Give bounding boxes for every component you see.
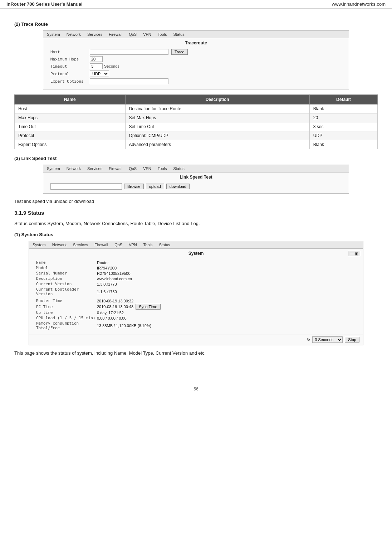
refresh-interval-select[interactable]: 3 Seconds 5 Seconds 10 Seconds [312,336,343,343]
main-content: (2) Trace Route System Network Services … [0,9,392,376]
nav2-firewall[interactable]: Firewall [109,166,122,171]
traceroute-form: Host Trace Maximum Hops Timeout Seconds [43,47,349,89]
sys-label: PC Time [36,305,97,309]
linkspeed-file-input[interactable] [50,183,122,190]
table-row: HostDestination for Trace RouteBlank [15,105,378,113]
sys-label: Name [36,260,97,265]
sys-label: Router Time [36,298,97,303]
router-nav-bar3: System Network Services Firewall QoS VPN… [29,241,363,249]
sys-row: Router Time2010-08-19 13:00:32 [36,298,356,303]
sync-time-button[interactable]: Sync Time [136,304,160,310]
sys-label: CPU load (1 / 5 / 15 min) [36,316,97,320]
system-title: System [29,249,363,257]
sys-value: 2010-08-19 13:00:32 [97,299,133,303]
trace-route-heading: (2) Trace Route [14,21,378,27]
nav-qos[interactable]: QoS [129,32,137,37]
linkspeed-form: Browse upload download [43,181,349,193]
nav2-qos[interactable]: QoS [129,166,137,171]
nav3-vpn[interactable]: VPN [129,243,137,247]
expert-label: Expert Options [50,79,90,84]
sys-label: Memory consumption Total/Free [36,321,97,330]
timeout-unit: Seconds [104,64,119,68]
sys-row: Current Bootloader Version1.1.6.r1730 [36,287,356,296]
link-speed-heading: (3) Link Speed Test [14,156,378,161]
page-header: InRouter 700 Series User's Manual www.in… [0,0,392,9]
section-319: 3.1.9 Status Status contains System, Mod… [14,210,378,226]
linkspeed-para: Test link speed via unload or download [14,199,378,204]
sys-value: 2010-08-19 13:00:48 [97,305,133,309]
system-status-heading: (1) System Status [14,232,378,237]
timeout-label: Timeout [50,64,90,69]
sys-label: Description [36,276,97,281]
upload-button[interactable]: upload [146,184,164,189]
expert-input[interactable] [90,78,168,84]
nav-tools[interactable]: Tools [158,32,167,37]
sys-label: Serial Number [36,271,97,276]
nav-network[interactable]: Network [67,32,81,37]
sys-label: Current Bootloader Version [36,287,97,296]
timeout-row: Timeout Seconds [50,63,342,69]
sys-value: R27941005219500 [97,271,131,276]
section-319-heading: 3.1.9 Status [14,210,378,216]
nav-services[interactable]: Services [87,32,102,37]
sys-label: Model [36,266,97,270]
nav-firewall[interactable]: Firewall [109,32,122,37]
col-default: Default [309,95,377,105]
sys-value: 0 day, 17:21:52 [97,311,124,315]
host-row: Host Trace [50,49,342,55]
trace-button[interactable]: Trace [171,49,188,55]
sys-row: Descriptionwww.inhand.com.cn [36,276,356,281]
table-row: ProtocolOptional: ICMP/UDPUDP [15,131,378,140]
manual-title: InRouter 700 Series User's Manual [6,1,83,7]
browse-button[interactable]: Browse [124,184,144,189]
timeout-input[interactable] [90,63,103,69]
nav3-firewall[interactable]: Firewall [94,243,108,247]
section-319-para: Status contains System, Modem, Network C… [14,221,378,226]
refresh-icon: ↻ [307,337,310,342]
system-footer: ↻ 3 Seconds 5 Seconds 10 Seconds Stop [29,335,363,345]
stop-button[interactable]: Stop [345,337,359,342]
sys-value: www.inhand.com.cn [97,277,132,281]
nav-status[interactable]: Status [173,32,184,37]
protocol-label: Protocol [50,72,90,76]
system-status-para: This page shows the status of system, in… [14,350,378,356]
nav2-services[interactable]: Services [87,166,102,171]
maxhops-label: Maximum Hops [50,57,90,62]
host-label: Host [50,50,90,54]
nav2-tools[interactable]: Tools [158,166,167,171]
nav3-system[interactable]: System [33,243,46,247]
section-link-speed: (3) Link Speed Test System Network Servi… [14,156,378,204]
section-system-status: (1) System Status System Network Service… [14,232,378,356]
router-nav-bar2: System Network Services Firewall QoS VPN… [43,165,349,172]
system-status-panel: System Network Services Firewall QoS VPN… [29,241,363,345]
download-button[interactable]: download [166,184,190,189]
nav2-system[interactable]: System [47,166,60,171]
protocol-select[interactable]: UDP ICMP [90,71,109,77]
linkspeed-title: Link Speed Test [43,172,349,181]
system-form: NameRouterModelIR794Y200Serial NumberR27… [29,257,363,335]
col-name: Name [15,95,126,105]
nav3-tools[interactable]: Tools [143,243,153,247]
maxhops-input[interactable] [90,56,103,62]
sys-row: CPU load (1 / 5 / 15 min)0.00 / 0.00 / 0… [36,316,356,320]
nav3-network[interactable]: Network [52,243,67,247]
nav-vpn[interactable]: VPN [143,32,151,37]
nav3-services[interactable]: Services [73,243,88,247]
sys-row: PC Time2010-08-19 13:00:48Sync Time [36,304,356,310]
nav3-qos[interactable]: QoS [114,243,122,247]
host-input[interactable] [90,49,168,55]
sys-row: Serial NumberR27941005219500 [36,271,356,276]
nav2-network[interactable]: Network [67,166,81,171]
panel-controls[interactable]: — ▣ [348,251,360,256]
site-url: www.inhandnetworks.com [332,1,386,7]
nav3-status[interactable]: Status [159,243,170,247]
traceroute-desc-table: Name Description Default HostDestination… [14,94,378,149]
nav2-status[interactable]: Status [173,166,184,171]
sys-row: Memory consumption Total/Free13.88MB / 1… [36,321,356,330]
table-row: Max HopsSet Max Hops20 [15,113,378,122]
nav-system[interactable]: System [47,32,60,37]
nav2-vpn[interactable]: VPN [143,166,151,171]
expert-row: Expert Options [50,78,342,84]
sys-row: ModelIR794Y200 [36,266,356,270]
section-trace-route: (2) Trace Route System Network Services … [14,21,378,149]
